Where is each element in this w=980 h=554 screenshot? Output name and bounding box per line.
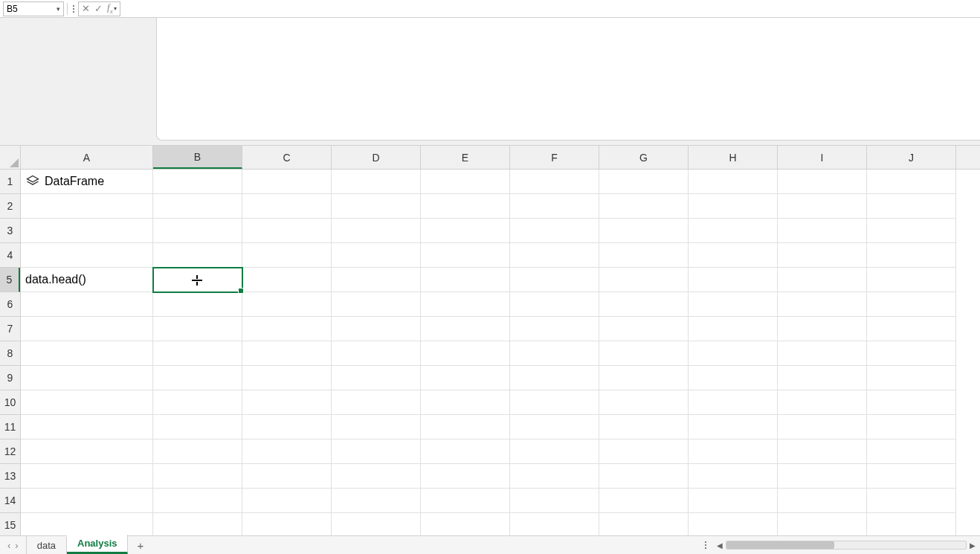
cell-A13[interactable] [21, 464, 153, 489]
cell-A10[interactable] [21, 390, 153, 415]
cell-J2[interactable] [867, 194, 956, 219]
cell-E10[interactable] [421, 390, 510, 415]
cell-E14[interactable] [421, 489, 510, 513]
cell-G2[interactable] [599, 194, 689, 219]
cell-E1[interactable] [421, 170, 510, 194]
cell-C7[interactable] [242, 317, 332, 341]
sheet-tab-data[interactable]: data [27, 537, 67, 554]
cell-G10[interactable] [599, 390, 689, 415]
cell-C1[interactable] [242, 170, 332, 194]
kebab-icon[interactable] [699, 536, 712, 554]
cell-I3[interactable] [778, 219, 867, 243]
cell-B9[interactable] [153, 366, 242, 390]
cell-J3[interactable] [867, 219, 956, 243]
cell-D3[interactable] [332, 219, 421, 243]
cell-G13[interactable] [599, 464, 689, 489]
cell-A11[interactable] [21, 415, 153, 439]
column-header-G[interactable]: G [599, 146, 689, 169]
cell-I7[interactable] [778, 317, 867, 341]
scroll-left-icon[interactable]: ◀ [717, 541, 723, 550]
column-header-J[interactable]: J [867, 146, 956, 169]
cell-D15[interactable] [332, 513, 421, 535]
kebab-icon[interactable] [71, 5, 77, 13]
fx-icon[interactable]: fx▾ [107, 2, 117, 15]
cell-D7[interactable] [332, 317, 421, 341]
cell-E4[interactable] [421, 243, 510, 268]
cell-B13[interactable] [153, 464, 242, 489]
cell-J13[interactable] [867, 464, 956, 489]
cell-E11[interactable] [421, 415, 510, 439]
cell-G7[interactable] [599, 317, 689, 341]
column-header-D[interactable]: D [332, 146, 421, 169]
cell-E5[interactable] [421, 268, 510, 292]
cell-D5[interactable] [332, 268, 421, 292]
cell-I13[interactable] [778, 464, 867, 489]
cell-B14[interactable] [153, 489, 242, 513]
row-header-10[interactable]: 10 [0, 390, 20, 415]
row-header-2[interactable]: 2 [0, 194, 20, 219]
cell-J1[interactable] [867, 170, 956, 194]
cell-A8[interactable] [21, 341, 153, 366]
cell-F8[interactable] [510, 341, 599, 366]
cell-B1[interactable] [153, 170, 242, 194]
cell-F15[interactable] [510, 513, 599, 535]
cell-A3[interactable] [21, 219, 153, 243]
cell-D8[interactable] [332, 341, 421, 366]
row-header-12[interactable]: 12 [0, 439, 20, 464]
cell-D4[interactable] [332, 243, 421, 268]
cell-H9[interactable] [689, 366, 778, 390]
cell-E7[interactable] [421, 317, 510, 341]
formula-input[interactable] [122, 1, 977, 16]
row-header-14[interactable]: 14 [0, 489, 20, 513]
cell-C9[interactable] [242, 366, 332, 390]
cell-J15[interactable] [867, 513, 956, 535]
cell-E6[interactable] [421, 292, 510, 317]
cell-F14[interactable] [510, 489, 599, 513]
cell-H13[interactable] [689, 464, 778, 489]
cell-G5[interactable] [599, 268, 689, 292]
cell-D12[interactable] [332, 439, 421, 464]
cell-F9[interactable] [510, 366, 599, 390]
enter-icon[interactable]: ✓ [94, 4, 103, 13]
cell-F13[interactable] [510, 464, 599, 489]
cell-F3[interactable] [510, 219, 599, 243]
scroll-track[interactable] [726, 541, 967, 550]
row-header-15[interactable]: 15 [0, 513, 20, 535]
cell-G1[interactable] [599, 170, 689, 194]
row-header-11[interactable]: 11 [0, 415, 20, 439]
cell-C5[interactable] [242, 268, 332, 292]
cell-F5[interactable] [510, 268, 599, 292]
cell-H4[interactable] [689, 243, 778, 268]
cell-A14[interactable] [21, 489, 153, 513]
cell-F12[interactable] [510, 439, 599, 464]
row-header-8[interactable]: 8 [0, 341, 20, 366]
cell-A5[interactable]: data.head() [21, 268, 153, 292]
cell-A9[interactable] [21, 366, 153, 390]
cell-H2[interactable] [689, 194, 778, 219]
cell-G15[interactable] [599, 513, 689, 535]
cell-J7[interactable] [867, 317, 956, 341]
row-header-5[interactable]: 5 [0, 268, 20, 292]
cell-A4[interactable] [21, 243, 153, 268]
scroll-right-icon[interactable]: ▶ [970, 541, 976, 550]
add-sheet-button[interactable]: + [128, 536, 152, 554]
cell-J4[interactable] [867, 243, 956, 268]
cell-G14[interactable] [599, 489, 689, 513]
cell-F2[interactable] [510, 194, 599, 219]
row-header-6[interactable]: 6 [0, 292, 20, 317]
chevron-down-icon[interactable]: ▾ [57, 5, 60, 13]
cell-I5[interactable] [778, 268, 867, 292]
cell-B10[interactable] [153, 390, 242, 415]
cell-J11[interactable] [867, 415, 956, 439]
cell-H3[interactable] [689, 219, 778, 243]
cell-F11[interactable] [510, 415, 599, 439]
row-header-1[interactable]: 1 [0, 170, 20, 194]
cell-J12[interactable] [867, 439, 956, 464]
cell-E2[interactable] [421, 194, 510, 219]
cell-C12[interactable] [242, 439, 332, 464]
column-header-E[interactable]: E [421, 146, 510, 169]
column-header-C[interactable]: C [242, 146, 332, 169]
cell-A12[interactable] [21, 439, 153, 464]
cell-H10[interactable] [689, 390, 778, 415]
cell-D13[interactable] [332, 464, 421, 489]
